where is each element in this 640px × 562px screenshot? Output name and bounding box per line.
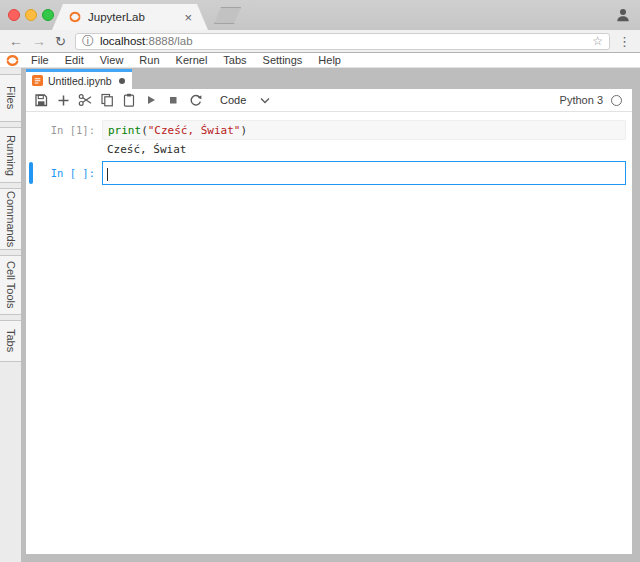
sidebar-tab-tabs[interactable]: Tabs	[0, 320, 21, 362]
browser-tab-title: JupyterLab	[88, 11, 184, 23]
add-cell-button[interactable]	[52, 92, 74, 108]
cell-1-collapser[interactable]	[26, 120, 36, 140]
cell-2-editor[interactable]	[102, 161, 626, 185]
browser-tab-jupyterlab[interactable]: JupyterLab ×	[52, 4, 208, 30]
menu-item-settings[interactable]: Settings	[255, 53, 311, 67]
code-token-string: "Cześć, Świat"	[148, 124, 241, 137]
menu-item-run[interactable]: Run	[131, 53, 167, 67]
left-sidebar: Files Running Commands Cell Tools Tabs	[0, 68, 21, 562]
cell-1-editor[interactable]: print("Cześć, Świat")	[102, 120, 626, 140]
profile-icon[interactable]	[615, 7, 631, 23]
cell-type-value: Code	[220, 94, 246, 106]
sidebar-tab-tabs-label: Tabs	[5, 329, 17, 352]
menu-item-tabs[interactable]: Tabs	[215, 53, 254, 67]
notebook-toolbar: Code Python 3	[26, 89, 632, 112]
sidebar-tab-cell-tools-label: Cell Tools	[5, 261, 17, 309]
code-token-function: print	[108, 124, 141, 137]
code-cell-1[interactable]: In [1]: print("Cześć, Świat")	[26, 120, 632, 140]
sidebar-tab-running-label: Running	[5, 135, 17, 176]
bookmark-star-icon[interactable]: ☆	[592, 35, 603, 47]
paste-cells-button[interactable]	[118, 92, 140, 108]
sidebar-tab-files-label: Files	[5, 86, 17, 109]
kernel-name[interactable]: Python 3	[560, 94, 603, 106]
reload-icon[interactable]: ↻	[55, 35, 66, 48]
screenshot-root: { "browser": { "tab": { "title": "Jupyte…	[0, 0, 640, 562]
menu-item-kernel[interactable]: Kernel	[168, 53, 216, 67]
jupyter-favicon-icon	[68, 10, 82, 24]
cell-type-dropdown[interactable]: Code	[220, 94, 270, 106]
kernel-status-icon[interactable]	[611, 95, 622, 106]
back-icon[interactable]: ←	[9, 34, 23, 48]
copy-cells-button[interactable]	[96, 92, 118, 108]
notebook-content: In [1]: print("Cześć, Świat") Cześć, Świ…	[26, 112, 632, 185]
url-path: :8888/lab	[145, 35, 192, 47]
notebook-panel: Code Python 3 In [1]: print("Cześć, Świa…	[26, 89, 632, 554]
text-cursor	[107, 168, 108, 181]
browser-navbar: ← → ↻ ⓘ localhost:8888/lab ☆ ⋮	[0, 30, 640, 53]
menu-item-file[interactable]: File	[23, 53, 57, 67]
browser-tabstrip: JupyterLab ×	[0, 0, 640, 30]
run-cell-button[interactable]	[140, 92, 162, 108]
jupyterlab-shell: Files Running Commands Cell Tools Tabs U…	[0, 68, 640, 562]
save-button[interactable]	[30, 92, 52, 108]
jupyterlab-menubar: File Edit View Run Kernel Tabs Settings …	[0, 53, 640, 68]
notebook-dock-tab[interactable]: Untitled.ipynb	[26, 69, 132, 89]
cut-cells-button[interactable]	[74, 92, 96, 108]
window-zoom-button[interactable]	[42, 9, 54, 21]
new-tab-button[interactable]	[214, 7, 241, 24]
cell-1-output-collapser[interactable]	[26, 141, 36, 159]
menu-item-view[interactable]: View	[92, 53, 132, 67]
menu-item-edit[interactable]: Edit	[57, 53, 92, 67]
cell-1-output-prompt	[36, 141, 102, 159]
cell-1-input-prompt: In [1]:	[36, 120, 102, 140]
sidebar-tab-commands[interactable]: Commands	[0, 188, 21, 250]
forward-icon[interactable]: →	[32, 34, 46, 48]
site-info-icon[interactable]: ⓘ	[82, 35, 94, 47]
sidebar-tab-running[interactable]: Running	[0, 127, 21, 183]
code-token-paren-open: (	[141, 124, 148, 137]
sidebar-tab-commands-label: Commands	[5, 191, 17, 247]
restart-kernel-button[interactable]	[184, 92, 206, 108]
browser-menu-icon[interactable]: ⋮	[618, 35, 631, 48]
jupyter-logo-icon	[5, 53, 20, 68]
menu-item-help[interactable]: Help	[310, 53, 349, 67]
interrupt-kernel-button[interactable]	[162, 92, 184, 108]
notebook-tab-label: Untitled.ipynb	[48, 75, 112, 87]
cell-2-collapser[interactable]	[26, 161, 36, 185]
cell-1-output-text: Cześć, Świat	[102, 141, 626, 159]
unsaved-indicator	[119, 78, 125, 84]
sidebar-tab-cell-tools[interactable]: Cell Tools	[0, 255, 21, 315]
chevron-down-icon	[260, 97, 270, 104]
sidebar-tab-files[interactable]: Files	[0, 74, 21, 122]
code-cell-2-active[interactable]: In [ ]:	[26, 161, 632, 185]
active-cell-indicator[interactable]	[29, 162, 33, 184]
notebook-file-icon	[32, 75, 43, 86]
window-minimize-button[interactable]	[25, 9, 37, 21]
address-bar[interactable]: ⓘ localhost:8888/lab ☆	[75, 33, 610, 50]
url-host: localhost	[100, 35, 145, 47]
cell-1-output-area: Cześć, Świat	[26, 141, 632, 159]
url-text[interactable]: localhost:8888/lab	[100, 35, 592, 47]
window-close-button[interactable]	[8, 9, 20, 21]
tab-close-icon[interactable]: ×	[184, 11, 192, 24]
code-token-paren-close: )	[240, 124, 247, 137]
cell-2-input-prompt: In [ ]:	[36, 161, 102, 185]
